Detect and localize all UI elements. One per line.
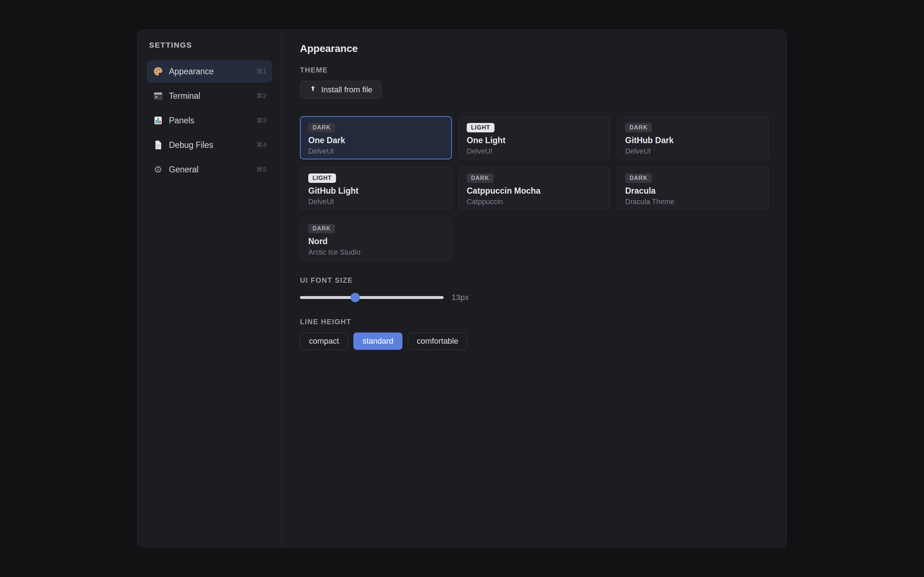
sidebar-item-label: General [169, 165, 251, 174]
theme-badge: DARK [625, 123, 652, 132]
theme-card-one-dark[interactable]: DARK One Dark DelveUI [300, 116, 452, 160]
bar-chart-icon [153, 115, 163, 126]
theme-name: Nord [308, 237, 444, 246]
sidebar-item-terminal[interactable]: Terminal ⌘2 [147, 85, 272, 107]
sidebar-item-panels[interactable]: Panels ⌘3 [147, 109, 272, 132]
theme-author: DelveUI [625, 147, 761, 155]
theme-card-github-light[interactable]: LIGHT GitHub Light DelveUI [300, 167, 452, 210]
font-size-value: 13px [452, 293, 469, 302]
sidebar-title: SETTINGS [147, 41, 272, 49]
theme-name: Catppuccin Mocha [467, 186, 602, 196]
theme-name: GitHub Light [308, 186, 444, 196]
sidebar-item-general[interactable]: ⚙ General ⌘5 [147, 158, 272, 181]
sidebar-item-debug-files[interactable]: Debug Files ⌘4 [147, 134, 272, 156]
line-height-section-heading: LINE HEIGHT [300, 318, 769, 326]
sidebar-item-label: Panels [169, 116, 251, 126]
sidebar-item-shortcut: ⌘4 [256, 141, 267, 149]
palette-icon [153, 66, 163, 77]
settings-dialog: SETTINGS Appearance ⌘1 Terminal ⌘2 Panel… [137, 29, 787, 548]
font-size-slider[interactable] [300, 292, 444, 303]
sidebar-item-label: Debug Files [169, 140, 251, 150]
theme-name: One Dark [308, 135, 444, 145]
slider-thumb[interactable] [351, 293, 360, 302]
line-height-option-standard[interactable]: standard [353, 332, 402, 350]
settings-sidebar: SETTINGS Appearance ⌘1 Terminal ⌘2 Panel… [137, 30, 282, 547]
install-from-file-button[interactable]: Install from file [300, 81, 381, 99]
theme-card-github-dark[interactable]: DARK GitHub Dark DelveUI [617, 116, 769, 160]
theme-badge: DARK [467, 174, 493, 183]
slider-track[interactable] [300, 296, 444, 299]
settings-content: Appearance THEME Install from file DARK … [282, 30, 787, 547]
sidebar-item-label: Appearance [169, 67, 251, 76]
ui-font-size-control: 13px [300, 292, 769, 303]
theme-card-dracula[interactable]: DARK Dracula Dracula Theme [617, 167, 769, 210]
line-height-options: compact standard comfortable [300, 332, 769, 350]
sidebar-item-label: Terminal [169, 91, 251, 101]
theme-card-one-light[interactable]: LIGHT One Light DelveUI [459, 116, 611, 160]
line-height-option-comfortable[interactable]: comfortable [408, 332, 467, 350]
page-title: Appearance [300, 43, 769, 55]
theme-badge: DARK [625, 174, 652, 183]
theme-badge: DARK [308, 123, 335, 132]
theme-badge: LIGHT [467, 123, 494, 132]
theme-card-nord[interactable]: DARK Nord Arctic Ice Studio [300, 217, 452, 260]
theme-author: Catppuccin [467, 198, 602, 206]
theme-badge: DARK [308, 224, 335, 233]
sidebar-item-shortcut: ⌘3 [256, 116, 267, 124]
theme-name: One Light [467, 135, 602, 145]
sidebar-item-shortcut: ⌘5 [256, 166, 267, 174]
install-button-label: Install from file [321, 85, 373, 95]
font-size-section-heading: UI FONT SIZE [300, 276, 769, 285]
theme-grid: DARK One Dark DelveUI LIGHT One Light De… [300, 116, 769, 260]
sidebar-item-shortcut: ⌘2 [256, 92, 267, 100]
theme-name: GitHub Dark [625, 135, 761, 145]
sidebar-item-appearance[interactable]: Appearance ⌘1 [147, 60, 272, 82]
upload-arrow-icon [309, 85, 317, 95]
theme-section-heading: THEME [300, 66, 769, 74]
theme-badge: LIGHT [308, 174, 336, 183]
theme-author: DelveUI [308, 198, 444, 206]
theme-name: Dracula [625, 186, 761, 196]
line-height-option-compact[interactable]: compact [300, 332, 348, 350]
theme-author: DelveUI [467, 147, 602, 155]
document-icon [153, 140, 163, 150]
sidebar-item-shortcut: ⌘1 [256, 68, 267, 76]
terminal-icon [153, 90, 163, 102]
gear-icon: ⚙ [153, 164, 163, 175]
theme-author: Dracula Theme [625, 198, 761, 206]
theme-author: DelveUI [308, 147, 444, 155]
theme-card-catppuccin-mocha[interactable]: DARK Catppuccin Mocha Catppuccin [459, 167, 611, 210]
theme-author: Arctic Ice Studio [308, 248, 444, 256]
